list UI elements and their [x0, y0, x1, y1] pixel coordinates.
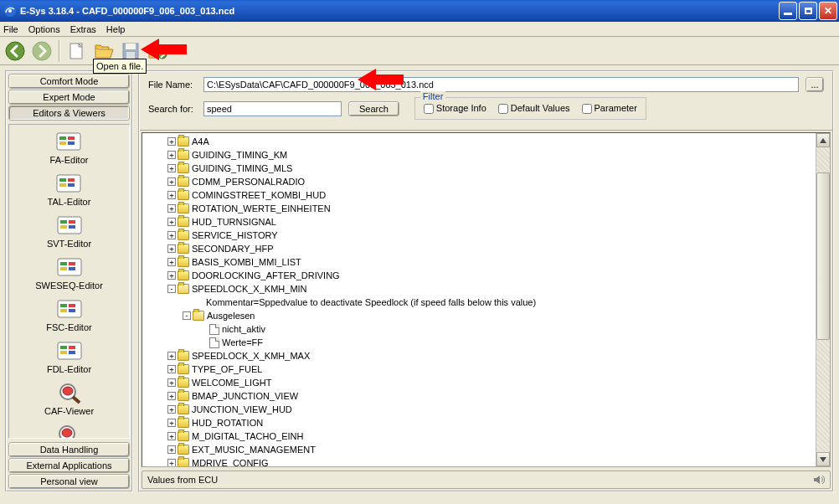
expand-toggle[interactable]: + — [167, 405, 176, 414]
filter-legend: Filter — [420, 91, 445, 101]
tree-node[interactable]: +WELCOME_LIGHT — [167, 376, 816, 389]
scroll-down-button[interactable] — [816, 452, 830, 466]
forward-button[interactable] — [30, 39, 54, 63]
tree-node[interactable]: +HUD_TURNSIGNAL — [167, 215, 816, 229]
editor-item[interactable]: FDL-Editor — [44, 337, 95, 376]
tree-node[interactable]: +SPEEDLOCK_X_KMH_MAX — [167, 349, 816, 363]
tree-node[interactable]: +DOORLOCKING_AFTER_DRIVING — [167, 269, 816, 282]
personal-view-button[interactable]: Personal view — [8, 474, 130, 489]
browse-button[interactable]: ... — [806, 77, 824, 92]
editor-item[interactable]: TAL-Editor — [44, 170, 95, 208]
parameter-checkbox[interactable]: Parameter — [582, 103, 637, 114]
expand-toggle[interactable]: + — [167, 432, 176, 440]
tree-node[interactable]: +A4A — [167, 135, 816, 148]
expand-toggle[interactable]: + — [167, 164, 176, 172]
tree-node[interactable]: +GUIDING_TIMING_KM — [167, 148, 816, 162]
search-button[interactable]: Search — [348, 101, 399, 116]
maximize-button[interactable] — [799, 2, 817, 20]
window-title: E-Sys 3.18.4 - CAFD_000000F9_006_003_013… — [20, 6, 777, 16]
expand-toggle[interactable]: + — [167, 365, 176, 373]
tree-node[interactable]: +GUIDING_TIMING_MLS — [167, 162, 816, 175]
editor-item-label: FSC-Editor — [46, 322, 91, 332]
editor-item[interactable]: CAF-Viewer — [41, 379, 97, 418]
expand-toggle[interactable]: + — [167, 204, 176, 213]
expand-toggle[interactable]: + — [167, 218, 176, 226]
folder-icon — [178, 244, 189, 254]
expand-toggle[interactable]: + — [167, 231, 176, 239]
folder-icon — [178, 431, 189, 441]
tree-node[interactable]: Kommentar=Sppedvalue to deactivate Speed… — [167, 296, 816, 309]
folder-icon — [178, 445, 189, 455]
tree-node[interactable]: Werte=FF — [167, 336, 816, 349]
close-button[interactable]: ✕ — [819, 2, 837, 20]
menu-extras[interactable]: Extras — [70, 24, 96, 34]
editor-item[interactable]: FSC-Editor — [43, 296, 95, 334]
menu-help[interactable]: Help — [106, 24, 126, 34]
tree-node[interactable]: +TYPE_OF_FUEL — [167, 363, 816, 376]
document-icon — [209, 337, 219, 348]
tree-node[interactable]: +COMINGSTREET_KOMBI_HUD — [167, 188, 816, 202]
toolbar: Open a file. — [0, 37, 839, 65]
editor-item[interactable]: FA-Editor — [47, 128, 92, 167]
values-from-ecu-panel[interactable]: Values from ECU — [142, 471, 831, 489]
editor-item[interactable]: Log-Viewer — [43, 421, 95, 439]
scroll-track[interactable] — [816, 147, 830, 452]
expand-toggle[interactable]: + — [167, 191, 176, 199]
expand-toggle[interactable]: + — [167, 151, 176, 159]
external-applications-button[interactable]: External Applications — [8, 458, 130, 473]
scroll-thumb[interactable] — [816, 172, 830, 340]
comfort-mode-button[interactable]: Comfort Mode — [8, 74, 130, 89]
tree-node[interactable]: +BASIS_KOMBI_MMI_LIST — [167, 255, 816, 269]
expand-toggle[interactable]: + — [167, 392, 176, 400]
tree-node[interactable]: +CDMM_PERSONALRADIO — [167, 175, 816, 188]
new-button[interactable] — [65, 39, 89, 63]
data-handling-button[interactable]: Data Handling — [8, 442, 130, 457]
expert-mode-button[interactable]: Expert Mode — [8, 90, 130, 105]
scroll-up-button[interactable] — [816, 133, 830, 147]
back-button[interactable] — [3, 39, 27, 63]
expand-toggle[interactable]: + — [167, 459, 176, 466]
search-input[interactable] — [203, 101, 342, 116]
folder-icon — [178, 190, 189, 200]
editors-viewers-button[interactable]: Editors & Viewers — [8, 105, 130, 121]
tree-node[interactable]: +ROTATION_WERTE_EINHEITEN — [167, 202, 816, 215]
vertical-scrollbar[interactable] — [816, 133, 830, 466]
expand-toggle[interactable]: - — [183, 311, 191, 320]
tree-container: +A4A+GUIDING_TIMING_KM+GUIDING_TIMING_ML… — [142, 132, 831, 467]
file-name-input[interactable] — [203, 77, 799, 92]
tree-node-label: SERVICE_HISTORY — [192, 230, 278, 240]
tree-node[interactable]: +MDRIVE_CONFIG — [167, 456, 816, 466]
tree[interactable]: +A4A+GUIDING_TIMING_KM+GUIDING_TIMING_ML… — [142, 133, 816, 466]
tree-node[interactable]: +SERVICE_HISTORY — [167, 229, 816, 242]
tree-node[interactable]: -Ausgelesen — [167, 309, 816, 322]
tree-node[interactable]: +SECONDARY_HFP — [167, 242, 816, 255]
editor-item[interactable]: SVT-Editor — [44, 212, 95, 250]
tree-node-label: SPEEDLOCK_X_KMH_MAX — [192, 351, 310, 361]
expand-toggle[interactable]: - — [167, 285, 176, 293]
menu-options[interactable]: Options — [28, 24, 60, 34]
tree-node[interactable]: nicht_aktiv — [167, 322, 816, 336]
expand-toggle[interactable]: + — [167, 177, 176, 186]
folder-icon — [178, 150, 189, 160]
expand-toggle[interactable]: + — [167, 137, 176, 146]
expand-toggle[interactable]: + — [167, 378, 176, 387]
default-values-checkbox[interactable]: Default Values — [498, 103, 570, 114]
minimize-button[interactable] — [779, 2, 797, 20]
tree-node[interactable]: +EXT_MUSIC_MANAGEMENT — [167, 443, 816, 456]
folder-icon — [178, 404, 189, 414]
tree-node[interactable]: +BMAP_JUNCTION_VIEW — [167, 389, 816, 403]
menu-file[interactable]: File — [3, 24, 18, 34]
editor-item[interactable]: SWESEQ-Editor — [32, 254, 106, 292]
expand-toggle[interactable]: + — [167, 244, 176, 253]
tree-node[interactable]: +JUNCTION_VIEW_HUD — [167, 403, 816, 416]
expand-toggle[interactable]: + — [167, 419, 176, 427]
tree-node[interactable]: -SPEEDLOCK_X_KMH_MIN — [167, 282, 816, 296]
tree-node-label: COMINGSTREET_KOMBI_HUD — [192, 190, 326, 200]
tree-node[interactable]: +HUD_ROTATION — [167, 416, 816, 429]
tree-node[interactable]: +M_DIGITAL_TACHO_EINH — [167, 429, 816, 443]
storage-info-checkbox[interactable]: Storage Info — [424, 103, 486, 114]
expand-toggle[interactable]: + — [167, 258, 176, 266]
expand-toggle[interactable]: + — [167, 445, 176, 454]
expand-toggle[interactable]: + — [167, 352, 176, 360]
expand-toggle[interactable]: + — [167, 271, 176, 280]
